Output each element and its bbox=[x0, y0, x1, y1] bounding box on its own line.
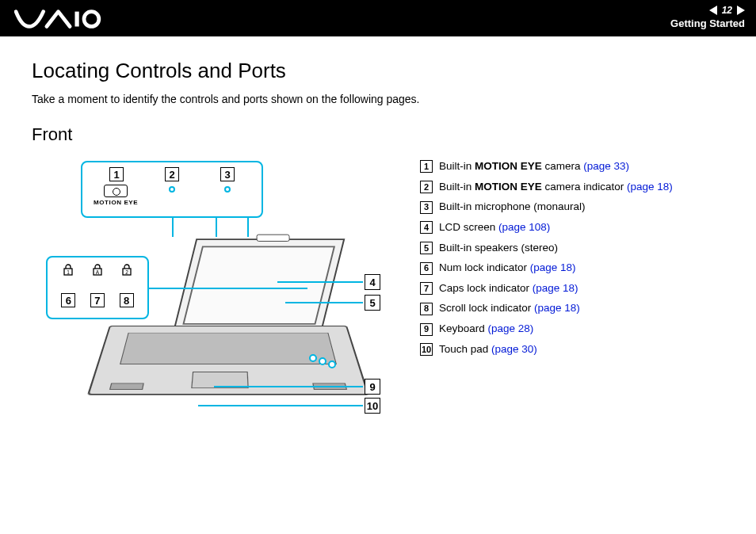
led-icon bbox=[309, 354, 317, 362]
svg-text:1: 1 bbox=[67, 269, 71, 275]
legend-number: 3 bbox=[420, 201, 433, 214]
page-title: Locating Controls and Ports bbox=[32, 59, 724, 83]
svg-rect-0 bbox=[74, 12, 78, 27]
leader-line bbox=[198, 405, 363, 406]
legend-item: 3Built-in microphone (monaural) bbox=[420, 196, 673, 217]
leader-line bbox=[285, 302, 363, 303]
legend-number: 9 bbox=[420, 323, 433, 336]
legend-text: Built-in speakers (stereo) bbox=[439, 238, 558, 258]
side-num-4: 4 bbox=[365, 274, 380, 290]
header-nav: 12 Getting Started bbox=[670, 5, 745, 29]
side-num-9: 9 bbox=[365, 379, 380, 395]
legend-number: 6 bbox=[420, 262, 433, 275]
svg-text:A: A bbox=[96, 269, 100, 275]
legend-text: Touch pad (page 30) bbox=[439, 339, 537, 360]
legend-number: 10 bbox=[420, 343, 433, 356]
vaio-logo bbox=[14, 6, 101, 33]
legend-item: 7Caps lock indicator (page 18) bbox=[420, 278, 673, 299]
page-reference-link[interactable]: (page 18) bbox=[533, 282, 578, 294]
callout-num-1: 1 bbox=[109, 167, 124, 181]
page-reference-link[interactable]: (page 18) bbox=[627, 181, 673, 193]
legend-number: 2 bbox=[420, 181, 433, 193]
legend-text: Built-in microphone (monaural) bbox=[439, 196, 586, 217]
page-reference-link[interactable]: (page 28) bbox=[488, 322, 534, 334]
callout-num-3: 3 bbox=[220, 167, 235, 181]
legend-text: Keyboard (page 28) bbox=[439, 318, 533, 339]
page-number: 12 bbox=[722, 5, 732, 16]
numlock-icon: 1 bbox=[62, 264, 74, 279]
page-reference-link[interactable]: (page 30) bbox=[491, 343, 537, 355]
legend-number: 4 bbox=[420, 221, 433, 234]
motion-eye-icon: MOTION EYE bbox=[94, 185, 138, 206]
page-reference-link[interactable]: (page 18) bbox=[534, 302, 580, 314]
motion-eye-label: MOTION EYE bbox=[94, 199, 138, 206]
header-bar: 12 Getting Started bbox=[0, 0, 756, 36]
keyboard-area bbox=[120, 333, 337, 364]
legend-item: 2Built-in MOTION EYE camera indicator (p… bbox=[420, 177, 673, 197]
legend-item: 9Keyboard (page 28) bbox=[420, 318, 673, 339]
callout-num-7: 7 bbox=[90, 293, 105, 307]
capslock-icon: A bbox=[91, 264, 104, 279]
side-num-10: 10 bbox=[365, 398, 380, 414]
speaker-left bbox=[109, 383, 144, 390]
content: Locating Controls and Ports Take a momen… bbox=[0, 36, 756, 457]
legend-text: Built-in MOTION EYE camera indicator (pa… bbox=[439, 177, 673, 197]
legend-text: LCD screen (page 108) bbox=[439, 217, 550, 238]
page-root: 12 Getting Started Locating Controls and… bbox=[0, 0, 756, 534]
legend-item: 6Num lock indicator (page 18) bbox=[420, 257, 673, 278]
page-reference-link[interactable]: (page 108) bbox=[498, 221, 550, 233]
legend-item: 4LCD screen (page 108) bbox=[420, 217, 673, 238]
leader-line bbox=[214, 386, 363, 387]
legend-number: 7 bbox=[420, 282, 433, 295]
camera-strip bbox=[256, 235, 289, 242]
intro-text: Take a moment to identify the controls a… bbox=[32, 93, 724, 105]
subsection-title: Front bbox=[32, 124, 724, 145]
nav-prev-icon[interactable] bbox=[709, 6, 717, 15]
legend-text: Built-in MOTION EYE camera (page 33) bbox=[439, 156, 629, 177]
led-icon bbox=[328, 360, 336, 368]
nav-next-icon[interactable] bbox=[737, 6, 745, 15]
led-icon bbox=[319, 357, 326, 365]
front-diagram: 1 2 3 MOTION EYE bbox=[32, 156, 396, 457]
page-reference-link[interactable]: (page 18) bbox=[530, 261, 576, 273]
legend-text: Num lock indicator (page 18) bbox=[439, 257, 576, 278]
legend-number: 5 bbox=[420, 242, 433, 254]
callout-num-6: 6 bbox=[61, 293, 75, 307]
leader-line bbox=[149, 288, 307, 289]
indicator-dot-icon bbox=[169, 186, 175, 193]
svg-point-1 bbox=[84, 12, 99, 27]
legend-text: Caps lock indicator (page 18) bbox=[439, 278, 578, 299]
legend-number: 1 bbox=[420, 160, 433, 173]
mic-dot-icon bbox=[224, 186, 231, 193]
leader-line bbox=[277, 281, 363, 283]
legend-item: 10Touch pad (page 30) bbox=[420, 339, 673, 360]
lcd-screen bbox=[173, 238, 345, 332]
section-label: Getting Started bbox=[670, 17, 745, 29]
legend-number: 8 bbox=[420, 303, 433, 315]
legend-item: 8Scroll lock indicator (page 18) bbox=[420, 298, 673, 318]
callout-num-2: 2 bbox=[165, 167, 179, 181]
callout-top: 1 2 3 MOTION EYE bbox=[81, 161, 263, 218]
legend-list: 1Built-in MOTION EYE camera (page 33)2Bu… bbox=[420, 156, 673, 359]
legend-text: Scroll lock indicator (page 18) bbox=[439, 298, 580, 318]
laptop-base bbox=[87, 326, 369, 395]
page-reference-link[interactable]: (page 33) bbox=[583, 160, 629, 172]
legend-item: 1Built-in MOTION EYE camera (page 33) bbox=[420, 156, 673, 177]
side-num-5: 5 bbox=[365, 295, 380, 311]
legend-item: 5Built-in speakers (stereo) bbox=[420, 238, 673, 258]
